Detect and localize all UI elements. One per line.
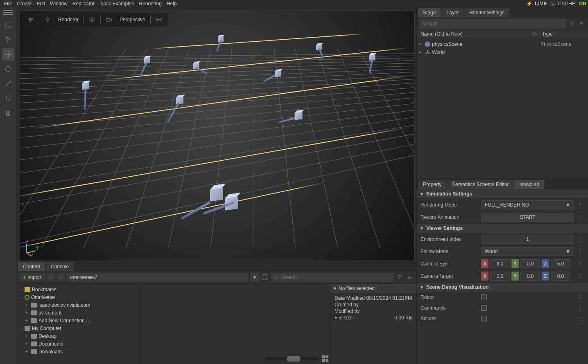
frame-tool-icon[interactable]	[2, 19, 14, 31]
svg-rect-0	[5, 22, 11, 27]
hamburger-icon[interactable]	[3, 10, 13, 15]
more-icon[interactable]: ⋮	[577, 249, 584, 254]
more-icon[interactable]: ⋮	[577, 236, 584, 242]
follow-mode-label: Follow Mode	[421, 249, 478, 254]
nav-fwd-icon[interactable]: ›	[57, 273, 65, 281]
follow-mode-dropdown[interactable]: World▼	[481, 247, 574, 256]
section-debug[interactable]: ▼Scene Debug Visualization	[416, 282, 588, 292]
content-grid[interactable]	[139, 284, 330, 364]
thumb-size-slider[interactable]	[265, 357, 319, 360]
content-tree-item[interactable]: +ov-content	[16, 309, 139, 317]
property-tabs: Property Semantics Schema Editor IsaacLa…	[416, 179, 588, 189]
cam-eye-z[interactable]: 5.0	[551, 259, 570, 268]
menu-file[interactable]: File	[2, 1, 14, 7]
more-icon[interactable]: ⋮	[577, 202, 584, 208]
tab-property[interactable]: Property	[418, 180, 446, 189]
floor-grid	[20, 11, 414, 248]
options-icon[interactable]	[405, 273, 414, 281]
stage-tree[interactable]: + physicsScenePhysicsScene + World	[416, 39, 588, 179]
tab-render-settings[interactable]: Render Settings	[464, 8, 509, 17]
actions-checkbox[interactable]	[481, 316, 487, 321]
tab-layer[interactable]: Layer	[441, 8, 464, 17]
filter-icon[interactable]	[396, 273, 404, 281]
nav-back-icon[interactable]: ‹	[47, 273, 55, 281]
svg-line-36	[210, 49, 232, 248]
record-animation-label: Record Animation	[421, 214, 478, 220]
cam-tgt-x[interactable]: 0.0	[490, 272, 510, 281]
content-tree-item[interactable]: −Omniverse	[16, 293, 139, 301]
stage-row[interactable]: + physicsScenePhysicsScene	[416, 40, 588, 48]
select-tool-icon[interactable]	[2, 34, 14, 46]
menu-isaac-examples[interactable]: Isaac Examples	[97, 1, 137, 7]
content-search[interactable]	[271, 273, 394, 282]
camera-target-label: Camera Target	[421, 273, 478, 279]
stage-search[interactable]	[419, 19, 566, 29]
more-icon[interactable]: ⋮	[577, 305, 584, 311]
svg-text:Y: Y	[36, 245, 39, 251]
content-tree-item[interactable]: +Documents	[16, 340, 139, 348]
grid-view-icon[interactable]	[322, 355, 328, 362]
axis-y-icon: Y	[511, 272, 519, 281]
more-icon[interactable]: ⋮	[577, 294, 584, 300]
path-input[interactable]	[67, 273, 248, 282]
menu-rendering[interactable]: Rendering	[136, 1, 164, 7]
import-button[interactable]: +Import	[19, 273, 45, 281]
tab-semantics[interactable]: Semantics Schema Editor	[447, 180, 513, 189]
content-tree-item[interactable]: +Downloads	[16, 348, 139, 355]
filter-icon[interactable]	[568, 20, 576, 28]
cube-icon	[425, 41, 430, 47]
viewport[interactable]: Renderer Perspective	[20, 11, 414, 260]
pause-tool-icon[interactable]	[2, 107, 14, 119]
content-tree-item[interactable]: −Bookmarks	[16, 285, 139, 293]
section-simulation[interactable]: ▼Simulation Settings	[416, 189, 588, 199]
snap-tool-icon[interactable]	[2, 92, 14, 105]
env-index-input[interactable]: 1	[481, 235, 574, 244]
cam-tgt-y[interactable]: 0.0	[520, 272, 540, 281]
options-icon[interactable]	[577, 20, 586, 28]
menu-window[interactable]: Window	[47, 1, 70, 7]
status-bar: ⚡ LIVE ⌄ CACHE: ON	[526, 1, 586, 7]
tab-console[interactable]: Console	[46, 262, 74, 271]
cam-eye-y[interactable]: 0.0	[520, 259, 540, 268]
live-chevron-icon[interactable]: ⌄	[550, 1, 556, 7]
cam-tgt-z[interactable]: 0.0	[551, 272, 570, 281]
cam-eye-x[interactable]: 8.0	[490, 259, 510, 268]
menu-help[interactable]: Help	[164, 1, 179, 7]
more-icon[interactable]: ⋮	[577, 261, 584, 267]
section-viewer[interactable]: ▼Viewer Settings	[416, 223, 588, 233]
move-tool-icon[interactable]	[2, 48, 14, 61]
svg-line-16	[20, 101, 414, 151]
commands-checkbox[interactable]	[481, 305, 487, 311]
more-icon[interactable]: ⋮	[577, 273, 584, 279]
content-tree-item[interactable]: +isaac-dev.ov.nvidia.com	[16, 301, 139, 309]
scale-tool-icon[interactable]	[2, 78, 14, 90]
svg-rect-1	[7, 111, 8, 116]
svg-line-35	[168, 49, 210, 248]
live-status[interactable]: LIVE	[535, 1, 547, 7]
stage-row[interactable]: + World	[416, 48, 588, 56]
robot-checkbox[interactable]	[481, 294, 487, 300]
svg-line-53	[425, 52, 427, 54]
tab-content[interactable]: Content	[18, 262, 45, 271]
content-tree[interactable]: −Bookmarks−Omniverse+isaac-dev.ov.nvidia…	[16, 284, 139, 364]
more-icon[interactable]: ⋮	[577, 214, 584, 220]
more-icon[interactable]: ⋮	[577, 316, 584, 321]
env-index-label: Environment Index	[421, 236, 478, 242]
menu-create[interactable]: Create	[14, 1, 34, 7]
svg-line-29	[20, 56, 414, 61]
details-header: No files selected	[339, 285, 375, 291]
rotate-tool-icon[interactable]	[2, 63, 14, 75]
content-tree-item[interactable]: +Desktop	[16, 332, 139, 340]
content-tree-item[interactable]: −My Computer	[16, 324, 139, 332]
content-tree-item[interactable]: +Add New Connection ...	[16, 317, 139, 324]
menu-replicator[interactable]: Replicator	[70, 1, 97, 7]
menu-edit[interactable]: Edit	[34, 1, 47, 7]
start-button[interactable]: START	[481, 213, 574, 222]
tab-isaaclab[interactable]: IsaacLab	[514, 180, 544, 189]
axis-z-icon: Z	[542, 272, 549, 281]
bookmark-icon[interactable]	[260, 273, 269, 282]
tab-stage[interactable]: Stage	[418, 8, 441, 17]
path-dropdown-icon[interactable]: ▾	[250, 273, 259, 282]
rendering-mode-dropdown[interactable]: FULL_RENDERING▼	[481, 200, 574, 209]
stage-tree-header: Name (Old to New) Type	[416, 30, 588, 39]
